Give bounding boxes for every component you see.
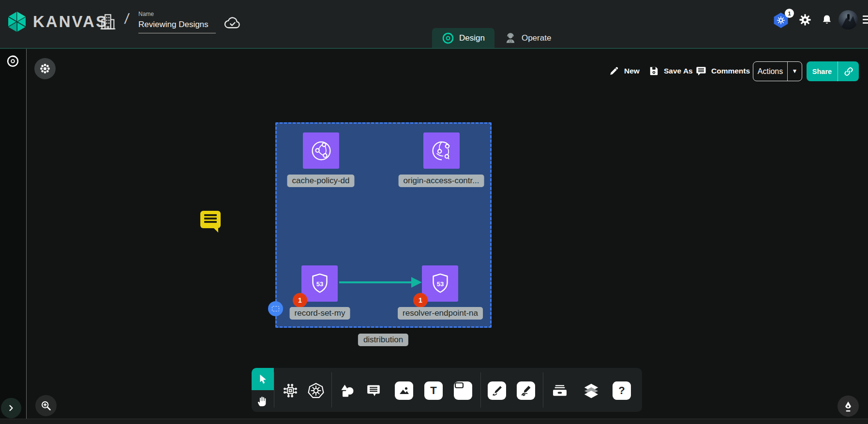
kanvas-logo[interactable]: KANVAS (6, 11, 108, 33)
settings-gear-icon[interactable] (798, 13, 812, 27)
help-button[interactable]: ? (613, 381, 631, 400)
help-question-icon: ? (613, 381, 631, 400)
route53-number: 53 (316, 280, 323, 288)
image-icon (395, 381, 413, 400)
freehand-draw-tool-button[interactable] (517, 381, 535, 400)
node-label-record-set[interactable]: record-set-my (290, 307, 350, 320)
components-tool-button[interactable] (282, 382, 299, 399)
design-name-field: Name (138, 11, 216, 33)
share-label: Share (807, 68, 838, 75)
comment-tool-icon (366, 383, 381, 398)
image-tool-button[interactable] (395, 381, 413, 400)
drawer-icon (552, 382, 568, 399)
freehand-pencil-icon (517, 381, 535, 400)
shapes-tool-button[interactable] (338, 382, 356, 399)
tab-design-label: Design (459, 33, 485, 43)
frame-icon (454, 381, 472, 400)
route53-number: 53 (436, 280, 444, 288)
pen-path-tool-button[interactable] (488, 381, 506, 400)
route53-shield-icon: 53 (306, 270, 333, 297)
floppy-disk-icon (648, 65, 659, 76)
comments-button[interactable]: Comments (695, 65, 750, 77)
new-button[interactable]: New (609, 65, 640, 76)
node-origin-access-control[interactable] (423, 132, 460, 169)
group-selection-handle[interactable] (268, 301, 283, 316)
node-cache-policy[interactable] (303, 132, 339, 169)
chevron-down-icon[interactable]: ▼ (787, 62, 802, 81)
kanvas-logo-icon (6, 11, 28, 33)
organization-building-icon[interactable] (99, 13, 117, 31)
pencil-icon (609, 65, 620, 76)
share-button[interactable]: Share (807, 61, 859, 81)
text-tool-button[interactable]: T (424, 381, 443, 400)
actions-label: Actions (753, 67, 787, 76)
save-as-button[interactable]: Save As (648, 65, 693, 76)
save-as-label: Save As (664, 67, 693, 75)
pan-hand-tool-button[interactable] (252, 390, 274, 412)
kubernetes-context-count-badge: 1 (785, 9, 794, 18)
logo-text: KANVAS (33, 13, 108, 31)
copy-link-icon[interactable] (838, 61, 859, 81)
kubernetes-wheel-icon (307, 382, 325, 399)
design-name-input[interactable] (138, 19, 216, 33)
route53-shield-icon: 53 (427, 270, 454, 297)
marquee-icon (272, 306, 279, 311)
pen-tool-fab[interactable] (838, 395, 859, 417)
window-bottom-strip (0, 419, 868, 424)
canvas-comment-marker[interactable] (200, 211, 221, 228)
pen-path-icon (488, 381, 506, 400)
issue-count-badge[interactable]: 1 (293, 293, 307, 307)
saved-designs-drawer-button[interactable] (552, 382, 568, 399)
layers-icon (583, 382, 600, 399)
cloud-saved-icon[interactable] (224, 15, 242, 30)
mode-tabs: Design Operate (432, 28, 561, 48)
left-sidebar (0, 49, 27, 424)
comment-bubble-icon (695, 65, 707, 77)
text-tool-icon: T (424, 381, 443, 400)
kubernetes-context-icon[interactable]: 1 (773, 13, 789, 28)
bottom-toolbar: T (252, 368, 642, 412)
top-header: KANVAS / Name (0, 0, 868, 49)
design-spiral-icon (442, 32, 454, 44)
breadcrumb-separator: / (124, 11, 130, 27)
operator-person-icon (504, 32, 517, 44)
comment-tool-button[interactable] (366, 383, 381, 398)
tab-operate[interactable]: Operate (494, 28, 561, 48)
notifications-bell-icon[interactable] (821, 14, 833, 26)
node-label-cache-policy[interactable]: cache-policy-dd (287, 175, 354, 187)
shapes-icon (338, 382, 356, 399)
select-tool-button[interactable] (252, 368, 274, 390)
comments-label: Comments (711, 67, 750, 75)
actions-button[interactable]: Actions ▼ (753, 61, 802, 81)
frame-tool-button[interactable] (454, 381, 472, 400)
node-label-origin-access[interactable]: origin-access-contr... (399, 175, 484, 187)
kanvas-app: KANVAS / Name (0, 0, 868, 424)
new-label: New (624, 67, 640, 75)
canvas-widgets-button[interactable] (34, 58, 56, 79)
menu-icon[interactable] (863, 15, 868, 26)
user-avatar[interactable] (838, 10, 858, 29)
node-record-set[interactable]: 53 1 (301, 265, 338, 302)
hand-icon (256, 395, 269, 408)
integration-chip-icon (282, 382, 299, 399)
cloudfront-origin-access-icon (428, 137, 455, 164)
cursor-icon (257, 373, 269, 385)
zoom-in-button[interactable] (35, 395, 57, 416)
layers-button[interactable] (583, 382, 600, 399)
group-label-distribution[interactable]: distribution (358, 334, 408, 346)
node-resolver-endpoint[interactable]: 53 1 (422, 265, 458, 302)
design-name-label: Name (138, 11, 216, 17)
issue-count-badge[interactable]: 1 (413, 293, 428, 307)
tab-design[interactable]: Design (432, 28, 494, 48)
kubernetes-tool-button[interactable] (307, 382, 325, 399)
cloudfront-cache-policy-icon (308, 137, 335, 164)
distribution-group[interactable]: 53 1 53 1 cache-policy-dd origin-access-… (275, 122, 492, 328)
tab-operate-label: Operate (522, 33, 551, 43)
node-label-resolver-endpoint[interactable]: resolver-endpoint-na (398, 307, 483, 320)
expand-sidebar-button[interactable] (1, 398, 21, 418)
meshery-spiral-icon[interactable] (6, 55, 19, 68)
